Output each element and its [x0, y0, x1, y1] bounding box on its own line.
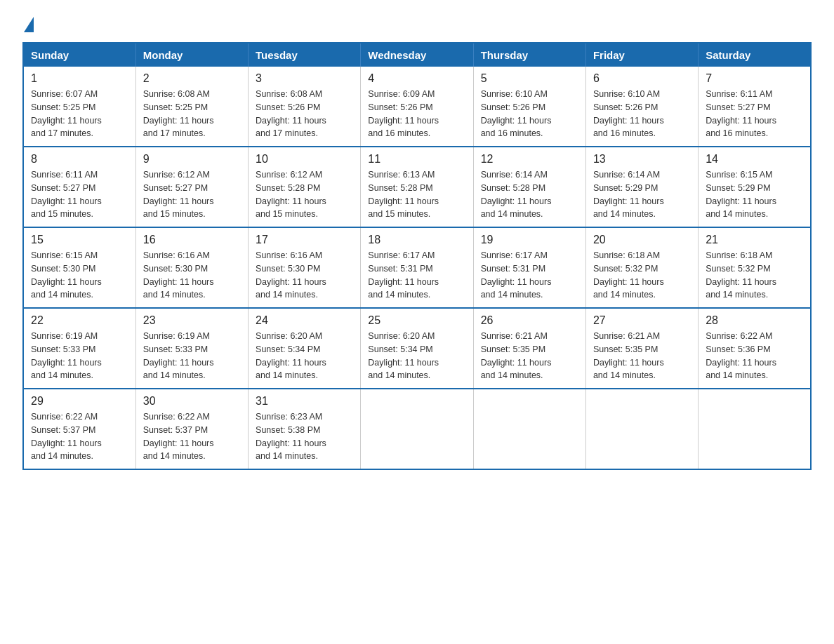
calendar-cell: 28 Sunrise: 6:22 AM Sunset: 5:36 PM Dayl… [699, 308, 811, 389]
day-number: 19 [481, 234, 578, 246]
day-info: Sunrise: 6:14 AM Sunset: 5:28 PM Dayligh… [481, 168, 578, 221]
calendar-cell: 25 Sunrise: 6:20 AM Sunset: 5:34 PM Dayl… [361, 308, 473, 389]
day-number: 5 [481, 72, 578, 85]
day-number: 12 [481, 153, 578, 166]
day-info: Sunrise: 6:21 AM Sunset: 5:35 PM Dayligh… [593, 330, 691, 382]
day-number: 17 [256, 234, 353, 246]
weekday-header-tuesday: Tuesday [249, 43, 361, 67]
day-info: Sunrise: 6:22 AM Sunset: 5:37 PM Dayligh… [31, 410, 128, 463]
day-number: 11 [368, 153, 465, 166]
day-number: 9 [143, 153, 241, 166]
calendar-cell: 21 Sunrise: 6:18 AM Sunset: 5:32 PM Dayl… [699, 227, 811, 308]
day-info: Sunrise: 6:23 AM Sunset: 5:38 PM Dayligh… [256, 410, 353, 463]
calendar-cell: 6 Sunrise: 6:10 AM Sunset: 5:26 PM Dayli… [585, 67, 698, 147]
day-number: 25 [368, 314, 465, 327]
day-number: 7 [706, 72, 803, 85]
day-number: 8 [31, 153, 128, 166]
day-number: 22 [31, 314, 128, 327]
day-info: Sunrise: 6:18 AM Sunset: 5:32 PM Dayligh… [706, 249, 803, 302]
day-info: Sunrise: 6:21 AM Sunset: 5:35 PM Dayligh… [481, 330, 578, 382]
calendar-cell: 24 Sunrise: 6:20 AM Sunset: 5:34 PM Dayl… [249, 308, 361, 389]
calendar-cell [699, 389, 811, 469]
calendar-cell: 11 Sunrise: 6:13 AM Sunset: 5:28 PM Dayl… [361, 147, 473, 227]
day-info: Sunrise: 6:16 AM Sunset: 5:30 PM Dayligh… [256, 249, 353, 302]
day-info: Sunrise: 6:22 AM Sunset: 5:36 PM Dayligh… [706, 330, 803, 382]
calendar-cell: 13 Sunrise: 6:14 AM Sunset: 5:29 PM Dayl… [585, 147, 698, 227]
calendar-cell: 26 Sunrise: 6:21 AM Sunset: 5:35 PM Dayl… [473, 308, 585, 389]
calendar-cell: 19 Sunrise: 6:17 AM Sunset: 5:31 PM Dayl… [473, 227, 585, 308]
day-info: Sunrise: 6:10 AM Sunset: 5:26 PM Dayligh… [593, 88, 691, 140]
calendar-cell: 30 Sunrise: 6:22 AM Sunset: 5:37 PM Dayl… [135, 389, 248, 469]
calendar-cell: 17 Sunrise: 6:16 AM Sunset: 5:30 PM Dayl… [249, 227, 361, 308]
calendar-cell: 16 Sunrise: 6:16 AM Sunset: 5:30 PM Dayl… [135, 227, 248, 308]
day-info: Sunrise: 6:14 AM Sunset: 5:29 PM Dayligh… [593, 168, 691, 221]
calendar-cell [473, 389, 585, 469]
day-info: Sunrise: 6:12 AM Sunset: 5:28 PM Dayligh… [256, 168, 353, 221]
calendar-week-row: 15 Sunrise: 6:15 AM Sunset: 5:30 PM Dayl… [23, 227, 811, 308]
weekday-header-thursday: Thursday [473, 43, 585, 67]
calendar-cell: 14 Sunrise: 6:15 AM Sunset: 5:29 PM Dayl… [699, 147, 811, 227]
calendar-cell: 1 Sunrise: 6:07 AM Sunset: 5:25 PM Dayli… [23, 67, 135, 147]
day-number: 3 [256, 72, 353, 85]
day-info: Sunrise: 6:13 AM Sunset: 5:28 PM Dayligh… [368, 168, 465, 221]
calendar-cell: 4 Sunrise: 6:09 AM Sunset: 5:26 PM Dayli… [361, 67, 473, 147]
day-number: 16 [143, 234, 241, 246]
day-number: 6 [593, 72, 691, 85]
day-number: 23 [143, 314, 241, 327]
day-info: Sunrise: 6:08 AM Sunset: 5:26 PM Dayligh… [256, 88, 353, 140]
day-info: Sunrise: 6:12 AM Sunset: 5:27 PM Dayligh… [143, 168, 241, 221]
day-number: 2 [143, 72, 241, 85]
calendar-cell [585, 389, 698, 469]
calendar-cell: 27 Sunrise: 6:21 AM Sunset: 5:35 PM Dayl… [585, 308, 698, 389]
day-number: 15 [31, 234, 128, 246]
logo [22, 17, 34, 31]
calendar-cell: 7 Sunrise: 6:11 AM Sunset: 5:27 PM Dayli… [699, 67, 811, 147]
day-number: 31 [256, 395, 353, 408]
weekday-header-friday: Friday [585, 43, 698, 67]
day-number: 1 [31, 72, 128, 85]
calendar-cell: 22 Sunrise: 6:19 AM Sunset: 5:33 PM Dayl… [23, 308, 135, 389]
calendar-cell: 15 Sunrise: 6:15 AM Sunset: 5:30 PM Dayl… [23, 227, 135, 308]
day-info: Sunrise: 6:18 AM Sunset: 5:32 PM Dayligh… [593, 249, 691, 302]
calendar-header-row: SundayMondayTuesdayWednesdayThursdayFrid… [23, 43, 811, 67]
calendar-cell: 2 Sunrise: 6:08 AM Sunset: 5:25 PM Dayli… [135, 67, 248, 147]
calendar-week-row: 29 Sunrise: 6:22 AM Sunset: 5:37 PM Dayl… [23, 389, 811, 469]
day-info: Sunrise: 6:07 AM Sunset: 5:25 PM Dayligh… [31, 88, 128, 140]
calendar-week-row: 22 Sunrise: 6:19 AM Sunset: 5:33 PM Dayl… [23, 308, 811, 389]
calendar-cell: 18 Sunrise: 6:17 AM Sunset: 5:31 PM Dayl… [361, 227, 473, 308]
day-info: Sunrise: 6:22 AM Sunset: 5:37 PM Dayligh… [143, 410, 241, 463]
day-info: Sunrise: 6:20 AM Sunset: 5:34 PM Dayligh… [368, 330, 465, 382]
page-header [22, 17, 812, 31]
day-number: 27 [593, 314, 691, 327]
day-number: 14 [706, 153, 803, 166]
calendar-cell: 3 Sunrise: 6:08 AM Sunset: 5:26 PM Dayli… [249, 67, 361, 147]
day-info: Sunrise: 6:08 AM Sunset: 5:25 PM Dayligh… [143, 88, 241, 140]
day-info: Sunrise: 6:17 AM Sunset: 5:31 PM Dayligh… [368, 249, 465, 302]
calendar-cell: 29 Sunrise: 6:22 AM Sunset: 5:37 PM Dayl… [23, 389, 135, 469]
calendar-cell: 8 Sunrise: 6:11 AM Sunset: 5:27 PM Dayli… [23, 147, 135, 227]
calendar-cell [361, 389, 473, 469]
calendar-cell: 10 Sunrise: 6:12 AM Sunset: 5:28 PM Dayl… [249, 147, 361, 227]
calendar-week-row: 8 Sunrise: 6:11 AM Sunset: 5:27 PM Dayli… [23, 147, 811, 227]
calendar-cell: 5 Sunrise: 6:10 AM Sunset: 5:26 PM Dayli… [473, 67, 585, 147]
calendar-cell: 20 Sunrise: 6:18 AM Sunset: 5:32 PM Dayl… [585, 227, 698, 308]
day-number: 21 [706, 234, 803, 246]
day-info: Sunrise: 6:09 AM Sunset: 5:26 PM Dayligh… [368, 88, 465, 140]
day-info: Sunrise: 6:19 AM Sunset: 5:33 PM Dayligh… [143, 330, 241, 382]
day-info: Sunrise: 6:11 AM Sunset: 5:27 PM Dayligh… [31, 168, 128, 221]
day-info: Sunrise: 6:19 AM Sunset: 5:33 PM Dayligh… [31, 330, 128, 382]
day-number: 20 [593, 234, 691, 246]
day-info: Sunrise: 6:15 AM Sunset: 5:29 PM Dayligh… [706, 168, 803, 221]
weekday-header-sunday: Sunday [23, 43, 135, 67]
day-number: 30 [143, 395, 241, 408]
day-number: 26 [481, 314, 578, 327]
calendar-cell: 12 Sunrise: 6:14 AM Sunset: 5:28 PM Dayl… [473, 147, 585, 227]
weekday-header-saturday: Saturday [699, 43, 811, 67]
day-number: 13 [593, 153, 691, 166]
day-number: 10 [256, 153, 353, 166]
day-info: Sunrise: 6:10 AM Sunset: 5:26 PM Dayligh… [481, 88, 578, 140]
day-number: 18 [368, 234, 465, 246]
day-info: Sunrise: 6:17 AM Sunset: 5:31 PM Dayligh… [481, 249, 578, 302]
day-info: Sunrise: 6:15 AM Sunset: 5:30 PM Dayligh… [31, 249, 128, 302]
day-number: 4 [368, 72, 465, 85]
